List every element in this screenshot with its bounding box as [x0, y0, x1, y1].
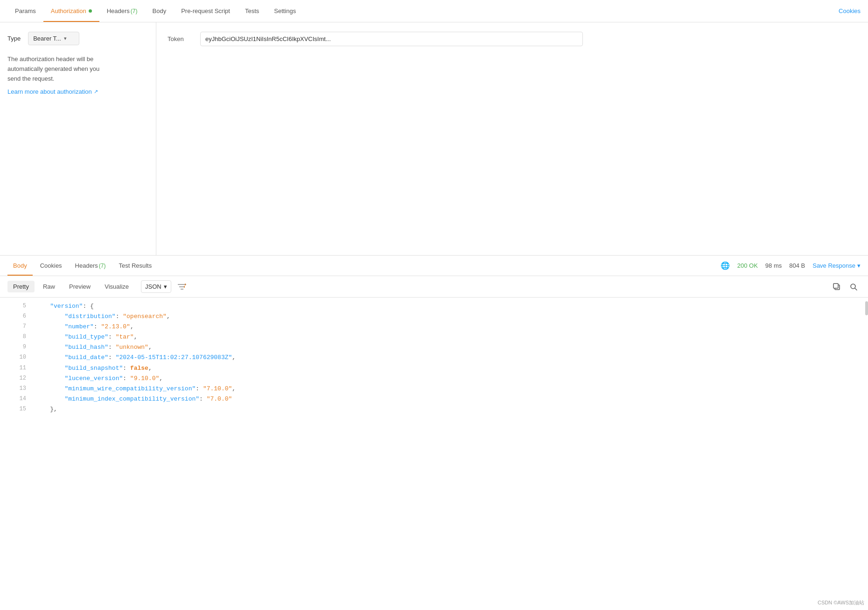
code-line-10: 10 "build_date": "2024-05-15T11:02:27.10… — [0, 353, 868, 363]
code-line-6: 6 "distribution": "opensearch", — [0, 312, 868, 322]
auth-right-panel: Token — [156, 22, 868, 255]
save-response-button[interactable]: Save Response ▾ — [812, 262, 861, 269]
tab-prerequest[interactable]: Pre-request Script — [174, 0, 238, 22]
format-json-select[interactable]: JSON ▾ — [141, 280, 171, 293]
learn-more-link[interactable]: Learn more about authorization ↗ — [7, 88, 98, 95]
cookies-button[interactable]: Cookies — [839, 7, 861, 14]
format-pretty-button[interactable]: Pretty — [7, 281, 35, 292]
token-label: Token — [168, 35, 191, 42]
watermark: CSDN ©AWS加油站 — [818, 599, 864, 606]
scrollbar-thumb[interactable] — [865, 301, 868, 315]
active-dot — [89, 9, 92, 13]
format-preview-button[interactable]: Preview — [63, 281, 96, 292]
format-raw-button[interactable]: Raw — [37, 281, 61, 292]
chevron-down-icon: ▾ — [164, 283, 167, 290]
filter-icon[interactable] — [174, 281, 190, 292]
svg-line-8 — [855, 288, 857, 290]
bearer-type-select[interactable]: Bearer T... ▾ — [28, 32, 79, 45]
response-time: 98 ms — [765, 262, 782, 269]
code-line-8: 8 "build_type": "tar", — [0, 332, 868, 342]
auth-description: The authorization header will be automat… — [7, 55, 148, 83]
code-line-13: 13 "minimum_wire_compatibility_version":… — [0, 384, 868, 394]
tab-params[interactable]: Params — [7, 0, 43, 22]
code-line-15: 15 }, — [0, 404, 868, 415]
tab-tests[interactable]: Tests — [238, 0, 266, 22]
token-row: Token — [168, 32, 857, 46]
code-line-11: 11 "build_snapshot": false, — [0, 363, 868, 374]
response-status-area: 🌐 200 OK 98 ms 804 B Save Response ▾ — [721, 261, 861, 270]
response-tab-cookies[interactable]: Cookies — [35, 256, 68, 276]
tab-authorization[interactable]: Authorization — [43, 0, 99, 22]
svg-rect-6 — [833, 284, 838, 288]
response-tab-headers[interactable]: Headers (7) — [70, 256, 112, 276]
search-icon[interactable] — [847, 280, 861, 294]
format-bar: Pretty Raw Preview Visualize JSON ▾ — [0, 276, 868, 298]
response-tab-bar: Body Cookies Headers (7) Test Results 🌐 … — [0, 256, 868, 276]
code-line-12: 12 "lucene_version": "9.10.0", — [0, 374, 868, 384]
chevron-down-icon: ▾ — [64, 35, 67, 42]
code-line-5: 5 "version": { — [0, 301, 868, 312]
type-label: Type — [7, 35, 21, 42]
status-ok: 200 OK — [737, 262, 758, 269]
code-line-7: 7 "number": "2.13.0", — [0, 322, 868, 332]
type-row: Type Bearer T... ▾ — [7, 32, 148, 45]
tab-body[interactable]: Body — [145, 0, 174, 22]
response-tab-test-results[interactable]: Test Results — [113, 256, 157, 276]
scrollbar-track[interactable] — [864, 298, 868, 418]
chevron-down-icon: ▾ — [857, 262, 861, 269]
response-size: 804 B — [789, 262, 805, 269]
code-line-14: 14 "minimum_index_compatibility_version"… — [0, 394, 868, 404]
response-tab-body[interactable]: Body — [7, 256, 33, 276]
tab-headers[interactable]: Headers (7) — [99, 0, 145, 22]
tab-settings[interactable]: Settings — [266, 0, 303, 22]
request-tab-bar: Params Authorization Headers (7) Body Pr… — [0, 0, 868, 22]
auth-left-panel: Type Bearer T... ▾ The authorization hea… — [0, 22, 156, 255]
bearer-type-value: Bearer T... — [33, 35, 61, 42]
auth-content-area: Type Bearer T... ▾ The authorization hea… — [0, 22, 868, 256]
copy-icon[interactable] — [830, 280, 844, 294]
format-visualize-button[interactable]: Visualize — [99, 281, 134, 292]
code-scroll-area: 5 "version": { 6 "distribution": "opense… — [0, 298, 868, 418]
token-input[interactable] — [200, 32, 583, 46]
code-line-9: 9 "build_hash": "unknown", — [0, 342, 868, 353]
code-body: 5 "version": { 6 "distribution": "opense… — [0, 298, 868, 418]
external-link-icon: ↗ — [94, 89, 98, 95]
globe-icon: 🌐 — [721, 261, 730, 270]
